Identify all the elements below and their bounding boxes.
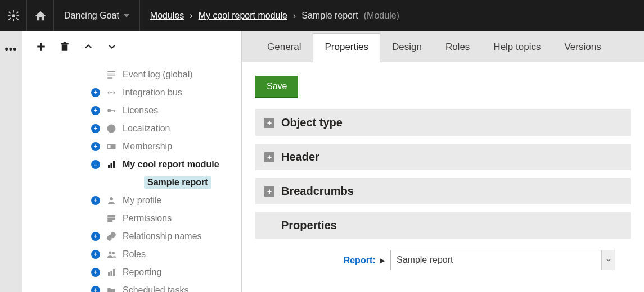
- section-object-type[interactable]: +Object type: [255, 110, 631, 136]
- tree-node[interactable]: Event log (global): [22, 66, 241, 84]
- tree-node[interactable]: Licenses: [22, 102, 241, 120]
- report-select[interactable]: Sample report: [390, 250, 615, 270]
- tree-node[interactable]: Membership: [22, 138, 241, 156]
- expand-icon[interactable]: +: [264, 186, 274, 197]
- breadcrumb-link[interactable]: My cool report module: [199, 11, 287, 21]
- move-down-icon[interactable]: [106, 40, 118, 53]
- svg-rect-24: [108, 165, 110, 168]
- svg-rect-29: [108, 218, 115, 219]
- svg-rect-33: [108, 272, 110, 276]
- more-icon[interactable]: •••: [5, 43, 17, 292]
- expand-icon[interactable]: [91, 106, 100, 115]
- tab-general[interactable]: General: [255, 33, 313, 62]
- expand-icon[interactable]: [91, 268, 100, 277]
- app-logo-icon[interactable]: [0, 0, 27, 31]
- tree-node[interactable]: Reporting: [22, 263, 241, 281]
- tab-bar: GeneralPropertiesDesignRolesHelp topicsV…: [242, 31, 644, 62]
- tree-node[interactable]: Relationship names: [22, 227, 241, 245]
- add-icon[interactable]: [35, 40, 47, 53]
- tree-node[interactable]: Scheduled tasks: [22, 281, 241, 292]
- select-value: Sample report: [397, 255, 453, 265]
- site-name: Dancing Goat: [64, 11, 119, 21]
- tree-node-label: Integration bus: [123, 88, 182, 98]
- tree-node-label: My profile: [123, 195, 161, 206]
- tree-node-label: Sample report: [144, 176, 211, 189]
- perm-icon: [106, 213, 117, 224]
- svg-rect-12: [61, 43, 69, 44]
- breadcrumb-sep: ›: [190, 11, 192, 21]
- svg-rect-11: [62, 44, 68, 51]
- svg-rect-35: [113, 269, 115, 276]
- expand-icon[interactable]: +: [264, 152, 274, 162]
- field-label: Report: ▸: [255, 255, 390, 266]
- section-header[interactable]: +Header: [255, 144, 631, 170]
- section-breadcrumbs[interactable]: +Breadcrumbs: [255, 178, 631, 204]
- svg-rect-34: [111, 271, 112, 276]
- tree-node[interactable]: Localization: [22, 120, 241, 138]
- tab-versions[interactable]: Versions: [552, 33, 613, 62]
- tree-node-label: Event log (global): [123, 70, 193, 80]
- breadcrumb-suffix: (Module): [364, 11, 399, 21]
- svg-rect-25: [111, 163, 112, 168]
- tree-node[interactable]: Permissions: [22, 209, 241, 227]
- tree-node-label: Roles: [123, 249, 146, 259]
- svg-point-0: [12, 14, 15, 17]
- home-icon[interactable]: [27, 0, 54, 31]
- tree-node-label: Relationship names: [123, 231, 202, 241]
- tree-toolbar: [22, 31, 241, 62]
- breadcrumb-sep: ›: [293, 11, 296, 21]
- tree-node[interactable]: Roles: [22, 245, 241, 263]
- tree-panel: Event log (global)Integration busLicense…: [22, 31, 242, 292]
- left-gutter: •••: [0, 31, 22, 292]
- save-button[interactable]: Save: [255, 76, 298, 97]
- svg-rect-3: [7, 15, 10, 16]
- link-icon: [106, 231, 117, 242]
- expand-icon[interactable]: +: [264, 118, 274, 128]
- expand-icon[interactable]: [91, 286, 100, 292]
- tab-properties[interactable]: Properties: [313, 33, 380, 62]
- chevron-down-icon: [601, 250, 615, 270]
- tree-node[interactable]: My cool report module: [22, 156, 241, 174]
- section-properties[interactable]: +Properties: [255, 212, 631, 239]
- expand-icon[interactable]: [91, 250, 100, 259]
- svg-point-18: [107, 109, 111, 112]
- collapse-icon[interactable]: [91, 160, 100, 169]
- expand-icon[interactable]: [91, 124, 100, 133]
- tab-help-topics[interactable]: Help topics: [481, 33, 552, 62]
- key-icon: [106, 105, 117, 116]
- section-title: Object type: [281, 116, 343, 129]
- expand-icon[interactable]: [91, 232, 100, 241]
- expand-icon[interactable]: [91, 88, 100, 97]
- tree-node[interactable]: Integration bus: [22, 84, 241, 102]
- tree-node-label: Membership: [123, 142, 172, 152]
- user-icon: [106, 195, 117, 206]
- tree-node-label: Permissions: [123, 213, 172, 223]
- svg-rect-6: [16, 17, 19, 20]
- breadcrumb-link[interactable]: Modules: [150, 11, 184, 21]
- delete-icon[interactable]: [58, 40, 71, 53]
- tree-node[interactable]: Sample report: [22, 174, 241, 191]
- svg-rect-8: [16, 11, 19, 14]
- breadcrumb-current: Sample report: [301, 11, 358, 21]
- tree-node-label: Localization: [123, 124, 170, 134]
- tab-design[interactable]: Design: [380, 33, 434, 62]
- top-bar: Dancing Goat Modules › My cool report mo…: [0, 0, 644, 31]
- move-up-icon[interactable]: [82, 40, 94, 53]
- content-area: Save +Object type+Header+Breadcrumbs+Pro…: [242, 62, 644, 292]
- expand-icon[interactable]: [91, 142, 100, 151]
- expand-icon[interactable]: [91, 196, 100, 205]
- svg-rect-7: [8, 17, 11, 20]
- svg-rect-5: [8, 11, 11, 14]
- users-icon: [106, 249, 117, 260]
- tree-node-label: My cool report module: [123, 159, 219, 170]
- svg-rect-2: [13, 19, 14, 21]
- globe-icon: [106, 123, 117, 134]
- blank-icon: [127, 177, 138, 188]
- site-selector[interactable]: Dancing Goat: [54, 0, 140, 31]
- svg-rect-20: [114, 110, 115, 112]
- tree-node[interactable]: My profile: [22, 191, 241, 209]
- svg-rect-16: [107, 76, 115, 77]
- tab-roles[interactable]: Roles: [434, 33, 481, 62]
- tree-scroll[interactable]: Event log (global)Integration busLicense…: [22, 62, 241, 292]
- chart-icon: [106, 159, 117, 170]
